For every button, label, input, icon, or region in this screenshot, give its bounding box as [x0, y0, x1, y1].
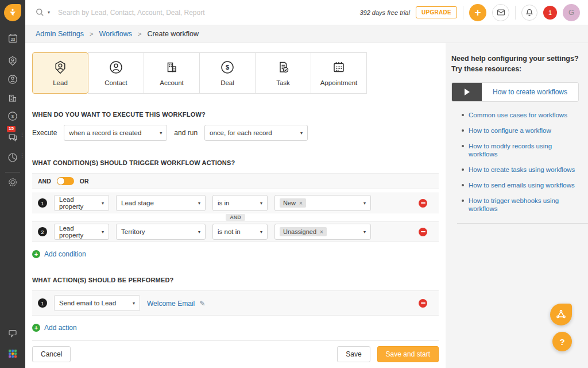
- sidebar-item-calendar[interactable]: 23: [0, 29, 25, 47]
- drag-handle-icon[interactable]: ⋮: [20, 153, 24, 158]
- help-link[interactable]: How to modify records using workflows: [469, 143, 552, 158]
- video-thumbnail[interactable]: [452, 82, 482, 102]
- user-avatar[interactable]: G: [563, 4, 580, 21]
- sidebar-item-contacts[interactable]: [0, 71, 25, 88]
- breadcrumb-separator-icon: >: [90, 30, 93, 37]
- freshsales-logo[interactable]: [4, 4, 21, 21]
- condition-operator-select[interactable]: is in ▾: [212, 195, 268, 211]
- lead-hexagon-person-icon: [53, 60, 68, 75]
- condition-value-multiselect[interactable]: Unassigned × ▾: [274, 224, 371, 240]
- and-label: AND: [38, 178, 51, 185]
- help-link-item: Common use cases for workflows: [462, 111, 579, 119]
- sidebar-item-conversations[interactable]: 15 ⋮: [0, 128, 25, 145]
- sidebar-item-settings[interactable]: [0, 174, 25, 191]
- help-video-card[interactable]: How to create workflows: [451, 82, 579, 102]
- cancel-button[interactable]: Cancel: [32, 346, 71, 362]
- entity-card-appointment[interactable]: Appointment: [311, 52, 367, 94]
- condition-field-type-select[interactable]: Lead property ▾: [54, 195, 109, 211]
- search-scope-caret-icon[interactable]: ▾: [48, 10, 50, 15]
- email-button[interactable]: [492, 4, 509, 21]
- sidebar-item-app-switcher[interactable]: [0, 345, 25, 362]
- gear-icon: [7, 177, 18, 187]
- condition-field-type-select[interactable]: Lead property ▾: [54, 224, 109, 240]
- drag-handle-icon[interactable]: ⋮: [20, 132, 24, 137]
- sidebar-item-analytics[interactable]: ⋮: [0, 149, 25, 166]
- or-label: OR: [80, 178, 89, 185]
- calendar-day: 23: [10, 37, 15, 41]
- condition-row: 2 Lead property ▾ Territory ▾ is not in …: [32, 221, 439, 242]
- entity-card-account[interactable]: Account: [144, 52, 200, 94]
- entity-card-lead[interactable]: Lead: [32, 52, 88, 94]
- add-action-label: Add action: [44, 324, 77, 332]
- help-video-link[interactable]: How to create workflows: [482, 88, 578, 96]
- save-and-start-button[interactable]: Save and start: [377, 346, 439, 362]
- chip-remove-icon[interactable]: ×: [320, 229, 323, 235]
- quick-add-button[interactable]: +: [469, 4, 486, 21]
- upgrade-button[interactable]: UPGRADE: [416, 6, 457, 18]
- trigger-select[interactable]: when a record is created ▾: [64, 125, 167, 141]
- notification-count-badge[interactable]: 1: [543, 6, 557, 20]
- help-link[interactable]: Common use cases for workflows: [469, 112, 567, 118]
- chip-remove-icon[interactable]: ×: [299, 200, 303, 206]
- help-link[interactable]: How to trigger webhooks using workflows: [469, 197, 559, 212]
- chevron-down-icon: ▾: [256, 201, 262, 206]
- execute-row: Execute when a record is created ▾ and r…: [32, 125, 439, 141]
- entity-card-contact[interactable]: Contact: [88, 52, 144, 94]
- chevron-down-icon: ▾: [194, 201, 200, 206]
- entity-card-label: Contact: [105, 79, 127, 86]
- add-condition-link[interactable]: + Add condition: [32, 250, 86, 258]
- add-action-link[interactable]: + Add action: [32, 324, 77, 332]
- help-link[interactable]: How to configure a workflow: [469, 127, 551, 134]
- help-link-item: How to modify records using workflows: [462, 142, 579, 158]
- help-link[interactable]: How to create tasks using workflows: [469, 166, 575, 173]
- remove-condition-button[interactable]: [419, 228, 427, 236]
- global-search-input[interactable]: [58, 9, 253, 17]
- and-or-toggle[interactable]: [57, 177, 74, 185]
- chevron-down-icon: ▾: [155, 131, 162, 136]
- top-bar: ▾ 392 days free trial UPGRADE +: [25, 0, 588, 25]
- condition-field-select[interactable]: Lead stage ▾: [116, 195, 206, 211]
- help-button[interactable]: ?: [552, 332, 572, 351]
- sidebar-item-support-chat[interactable]: [0, 324, 25, 342]
- entity-card-task[interactable]: Task: [255, 52, 311, 94]
- and-or-toggle-bar: AND OR: [32, 173, 439, 189]
- sidebar-item-leads[interactable]: [0, 52, 25, 70]
- chat-bubble-icon: [7, 328, 18, 338]
- condition-field-type-value: Lead property: [59, 225, 97, 239]
- toggle-knob: [57, 178, 64, 185]
- condition-operator-select[interactable]: is not in ▾: [212, 224, 268, 240]
- sidebar-divider: [5, 172, 20, 172]
- remove-action-button[interactable]: [419, 299, 427, 308]
- run-frequency-select[interactable]: once, for each record ▾: [204, 125, 308, 141]
- entity-card-label: Deal: [220, 79, 234, 86]
- action-type-select[interactable]: Send email to Lead ▾: [54, 295, 140, 311]
- condition-value-multiselect[interactable]: New × ▾: [274, 195, 371, 211]
- email-template-link[interactable]: Welcome Email: [147, 300, 195, 308]
- condition-field-select[interactable]: Territory ▾: [116, 224, 206, 240]
- question-mark-icon: ?: [559, 337, 564, 347]
- remove-condition-button[interactable]: [419, 199, 427, 208]
- trigger-select-value: when a record is created: [69, 129, 141, 136]
- entity-card-label: Account: [160, 79, 184, 86]
- help-links-list: Common use cases for workflows How to co…: [451, 111, 579, 213]
- entity-card-deal[interactable]: $ Deal: [199, 52, 256, 94]
- edit-pencil-icon[interactable]: ✎: [200, 300, 206, 308]
- sidebar-item-deals[interactable]: $: [0, 108, 25, 125]
- topbar-divider: [463, 6, 463, 20]
- freddy-ai-button[interactable]: [550, 304, 572, 325]
- breadcrumb: Admin Settings > Workflows > Create work…: [25, 25, 588, 43]
- accounts-building-icon: [7, 93, 18, 103]
- plus-icon: +: [474, 7, 481, 18]
- conditions-section-title: WHAT CONDITION(S) SHOULD TRIGGER WORKFLO…: [32, 159, 439, 166]
- entity-card-label: Task: [276, 79, 290, 86]
- breadcrumb-admin-settings[interactable]: Admin Settings: [36, 30, 84, 38]
- search-icon[interactable]: [36, 8, 44, 17]
- whats-new-button[interactable]: [521, 5, 537, 21]
- play-icon: [465, 89, 470, 95]
- help-link[interactable]: How to send emails using workflows: [469, 182, 575, 189]
- sidebar-item-accounts[interactable]: [0, 89, 25, 106]
- topbar-divider: [515, 6, 516, 20]
- editor-footer: Cancel Save Save and start: [32, 340, 439, 368]
- breadcrumb-workflows[interactable]: Workflows: [99, 30, 132, 38]
- save-button[interactable]: Save: [337, 346, 370, 362]
